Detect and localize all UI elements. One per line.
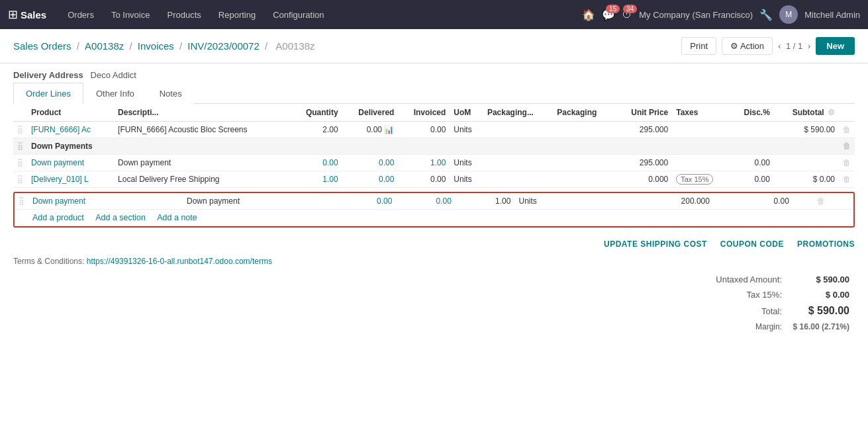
add-section-link[interactable]: Add a section — [95, 213, 146, 222]
row-uom[interactable]: Units — [450, 122, 483, 138]
hl-unit-price[interactable]: 200.000 — [621, 193, 714, 210]
tab-notes[interactable]: Notes — [147, 83, 195, 104]
row-delete[interactable]: 🗑 — [839, 122, 855, 138]
totals-table: Untaxed Amount: $ 590.00 Tax 15%: $ 0.00… — [710, 271, 855, 335]
tab-order-lines[interactable]: Order Lines — [13, 83, 83, 104]
new-button[interactable]: New — [816, 37, 855, 55]
brand-label[interactable]: Sales — [21, 9, 46, 21]
breadcrumb-sales-orders[interactable]: Sales Orders — [13, 40, 72, 52]
dp1-delete[interactable]: 🗑 — [839, 155, 855, 171]
th-disc: Disc.% — [730, 104, 774, 122]
dp1-disc[interactable]: 0.00 — [730, 155, 774, 171]
terms-link[interactable]: https://49391326-16-0-all.runbot147.odoo… — [87, 257, 272, 266]
row-handle[interactable]: ⣿ — [13, 122, 27, 138]
top-navigation: ⊞ Sales Orders To Invoice Products Repor… — [0, 0, 868, 29]
chart-icon[interactable]: 📊 — [384, 125, 394, 134]
dp2-uom[interactable]: Units — [450, 171, 483, 188]
breadcrumb-sep4: / — [265, 40, 270, 52]
breadcrumb-inv[interactable]: INV/2023/00072 — [187, 40, 259, 52]
breadcrumb: Sales Orders / A00138z / Invoices / INV/… — [13, 40, 681, 52]
dp1-unit-price[interactable]: 295.000 — [614, 155, 672, 171]
th-unit-price: Unit Price — [614, 104, 672, 122]
hl-invoiced: 1.00 — [456, 193, 515, 210]
hl-packaging1 — [581, 193, 601, 210]
promotions-button[interactable]: PROMOTIONS — [797, 239, 855, 249]
dp1-product[interactable]: Down payment — [27, 155, 114, 171]
untaxed-label: Untaxed Amount: — [712, 273, 786, 286]
company-name[interactable]: My Company (San Francisco) — [639, 10, 753, 20]
th-invoiced: Invoiced — [398, 104, 450, 122]
section-delete[interactable]: 🗑 — [839, 138, 855, 155]
avatar[interactable]: M — [779, 5, 798, 24]
row-subtotal: $ 590.00 — [774, 122, 839, 138]
username[interactable]: Mitchell Admin — [804, 10, 860, 20]
add-product-link[interactable]: Add a product — [32, 213, 84, 222]
row-packaging2 — [553, 122, 614, 138]
tax-badge: Tax 15% — [676, 174, 713, 185]
dp2-disc[interactable]: 0.00 — [730, 171, 774, 188]
dp1-description[interactable]: Down payment — [114, 155, 291, 171]
clock-icon[interactable]: ⏱ 34 — [622, 9, 632, 21]
dp1-handle[interactable]: ⣿ — [13, 155, 27, 171]
highlighted-row: ⣿ Down payment Down payment 0.00 0.00 1.… — [15, 193, 853, 210]
update-shipping-button[interactable]: UPDATE SHIPPING COST — [604, 239, 707, 249]
dp2-description[interactable]: Local Delivery Free Shipping — [114, 171, 291, 188]
hl-quantity[interactable]: 0.00 — [337, 193, 397, 210]
dp2-handle[interactable]: ⣿ — [13, 171, 27, 188]
dp2-unit-price[interactable]: 0.000 — [614, 171, 672, 188]
total-label: Total: — [712, 303, 786, 319]
breadcrumb-actions: Print ⚙ Action ‹ 1 / 1 › New — [681, 37, 855, 55]
dp1-quantity[interactable]: 0.00 — [291, 155, 342, 171]
coupon-code-button[interactable]: COUPON CODE — [720, 239, 784, 249]
delivery-address-value: Deco Addict — [91, 70, 136, 80]
delivery-address: Delivery Address Deco Addict — [13, 64, 855, 83]
footer-actions: UPDATE SHIPPING COST COUPON CODE PROMOTI… — [13, 232, 855, 251]
breadcrumb-a00138z-1[interactable]: A00138z — [85, 40, 124, 52]
tax-value: $ 0.00 — [787, 288, 853, 302]
chat-badge: 15 — [606, 5, 620, 13]
chat-icon[interactable]: 💬 15 — [602, 9, 615, 21]
apps-icon[interactable]: ⊞ — [8, 7, 18, 22]
hl-product[interactable]: Down payment — [28, 193, 183, 210]
dp1-uom[interactable]: Units — [450, 155, 483, 171]
dp1-packaging2 — [553, 155, 614, 171]
main-content: Delivery Address Deco Addict Order Lines… — [0, 64, 868, 426]
row-quantity[interactable]: 2.00 — [291, 122, 342, 138]
breadcrumb-invoices[interactable]: Invoices — [138, 40, 174, 52]
hl-handle[interactable]: ⣿ — [15, 193, 28, 210]
dp2-delete[interactable]: 🗑 — [839, 171, 855, 188]
hl-delivered: 0.00 — [396, 193, 456, 210]
tab-other-info[interactable]: Other Info — [83, 83, 147, 104]
row-unit-price[interactable]: 295.000 — [614, 122, 672, 138]
menu-products[interactable]: Products — [159, 6, 209, 24]
table-row: ⣿ Down payment Down payment 0.00 0.00 1.… — [13, 155, 855, 171]
action-button[interactable]: ⚙ Action — [722, 37, 773, 55]
column-settings-icon[interactable]: ⚙ — [828, 108, 835, 117]
settings-wrench-icon[interactable]: 🔧 — [759, 9, 773, 21]
dp2-quantity[interactable]: 1.00 — [291, 171, 342, 188]
row-description[interactable]: [FURN_6666] Acoustic Bloc Screens — [114, 122, 291, 138]
row-invoiced: 0.00 — [398, 122, 450, 138]
th-product: Product — [27, 104, 114, 122]
add-note-link[interactable]: Add a note — [157, 213, 197, 222]
print-button[interactable]: Print — [681, 37, 716, 55]
hl-description[interactable]: Down payment — [183, 193, 337, 210]
row-product[interactable]: [FURN_6666] Ac — [27, 122, 114, 138]
home-icon[interactable]: 🏠 — [582, 9, 595, 21]
menu-configuration[interactable]: Configuration — [265, 6, 332, 24]
hl-delete[interactable]: 🗑 — [813, 193, 853, 210]
hl-disc[interactable]: 0.00 — [734, 193, 793, 210]
prev-page-icon[interactable]: ‹ — [778, 41, 781, 51]
menu-orders[interactable]: Orders — [60, 6, 102, 24]
main-menu: Orders To Invoice Products Reporting Con… — [60, 6, 332, 24]
section-handle[interactable]: ⣿ — [13, 138, 27, 155]
menu-reporting[interactable]: Reporting — [211, 6, 264, 24]
clock-badge: 34 — [623, 5, 637, 13]
row-taxes — [672, 122, 730, 138]
untaxed-value: $ 590.00 — [787, 273, 853, 286]
menu-to-invoice[interactable]: To Invoice — [103, 6, 158, 24]
totals-section: Untaxed Amount: $ 590.00 Tax 15%: $ 0.00… — [13, 269, 855, 337]
dp2-product[interactable]: [Delivery_010] L — [27, 171, 114, 188]
next-page-icon[interactable]: › — [808, 41, 810, 51]
hl-uom[interactable]: Units — [514, 193, 581, 210]
